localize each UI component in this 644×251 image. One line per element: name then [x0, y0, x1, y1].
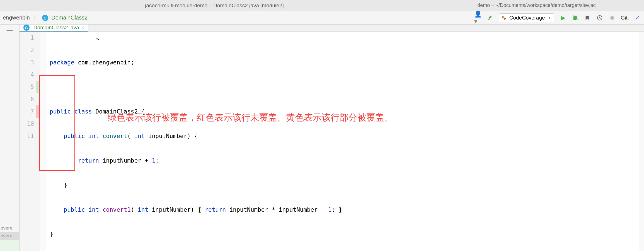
build-icon[interactable] — [487, 14, 494, 21]
profile-icon[interactable] — [596, 14, 603, 21]
line-number: 4 — [20, 69, 34, 81]
code-area[interactable]: 1 2 3 4 5 6 7 10 11 — [20, 32, 644, 251]
code-content[interactable]: ↖ package com.zhengwenbin; public class … — [46, 32, 639, 251]
left-panel-tabs: overe overe — [0, 224, 19, 251]
fold-gutter[interactable] — [40, 32, 46, 251]
coverage-uncovered-marker[interactable] — [36, 105, 40, 118]
line-number-gutter: 1 2 3 4 5 6 7 10 11 — [20, 32, 36, 251]
breadcrumb[interactable]: engwenbin 〉 C DomainClass2 — [3, 14, 88, 21]
debug-icon[interactable] — [572, 14, 579, 21]
annotation-text: 绿色表示该行被覆盖，红色表示该行未覆盖。黄色表示该行部分被覆盖。 — [108, 111, 393, 124]
title-bar: jacoco-multi-module-demo – DomainClass2.… — [0, 0, 644, 11]
line-number: 3 — [20, 56, 34, 69]
breadcrumb-class-item[interactable]: C DomainClass2 — [42, 15, 88, 21]
run-icon[interactable]: ▶ — [559, 14, 566, 21]
breadcrumb-package[interactable]: engwenbin — [3, 15, 30, 21]
line-number: 1 — [20, 32, 34, 44]
line-number: 5 — [20, 81, 34, 93]
breadcrumb-class-label: DomainClass2 — [51, 15, 88, 21]
left-tool-panel: — overe overe — [0, 25, 20, 251]
run-configuration-selector[interactable]: CodeCoverage ▼ — [499, 13, 555, 22]
mouse-cursor-icon: ↖ — [93, 32, 102, 45]
collapse-icon[interactable]: — — [0, 25, 19, 36]
git-branch-icon[interactable]: ✓ — [634, 14, 641, 21]
toolbar-right: 👤▾ CodeCoverage ▼ ▶ ■ Git: ✓ — [474, 13, 641, 22]
coverage-gutter — [36, 32, 40, 251]
secondary-title: demo – ~/Documents/workspace/demo/target… — [429, 0, 644, 11]
close-icon[interactable]: × — [81, 25, 84, 31]
class-icon: C — [23, 25, 30, 31]
error-stripe[interactable] — [639, 32, 644, 251]
coverage-config-icon — [502, 16, 507, 20]
git-label[interactable]: Git: — [621, 15, 629, 21]
coverage-covered-marker[interactable] — [36, 81, 40, 93]
users-icon[interactable]: 👤▾ — [474, 14, 482, 21]
editor-tabs: C DomainClass2.java × — [20, 25, 644, 32]
editor-tab[interactable]: C DomainClass2.java × — [20, 25, 88, 32]
panel-tab-2[interactable]: overe — [0, 232, 19, 240]
class-icon: C — [42, 15, 48, 21]
line-number: 7 — [20, 105, 34, 118]
run-coverage-icon[interactable] — [584, 14, 591, 21]
editor: C DomainClass2.java × 1 2 3 4 5 6 7 10 1… — [20, 25, 644, 251]
run-config-label: CodeCoverage — [509, 15, 545, 21]
stop-icon[interactable]: ■ — [608, 14, 616, 21]
main-area: — overe overe C DomainClass2.java × 1 2 … — [0, 25, 644, 251]
window-title: jacoco-multi-module-demo – DomainClass2.… — [0, 3, 429, 9]
navigation-bar: engwenbin 〉 C DomainClass2 👤▾ CodeCovera… — [0, 11, 644, 25]
line-number: 2 — [20, 44, 34, 56]
line-number: 10 — [20, 118, 34, 130]
panel-tab-1[interactable]: overe — [0, 224, 19, 232]
line-number: 11 — [20, 130, 34, 142]
chevron-down-icon: ▼ — [548, 16, 551, 20]
line-number: 6 — [20, 93, 34, 105]
tab-label: DomainClass2.java — [33, 25, 79, 31]
chevron-right-icon: 〉 — [33, 14, 39, 21]
